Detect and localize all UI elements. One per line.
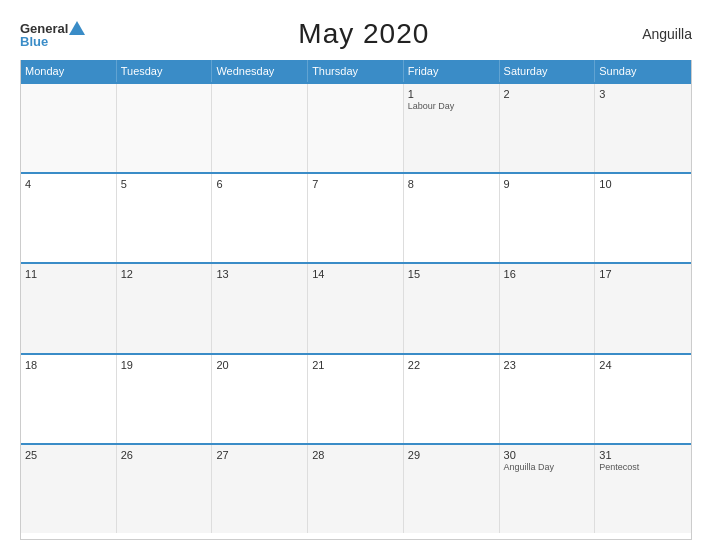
day-number: 24 xyxy=(599,359,687,371)
header-thursday: Thursday xyxy=(308,60,404,82)
day-number: 8 xyxy=(408,178,495,190)
day-number: 3 xyxy=(599,88,687,100)
day-number: 26 xyxy=(121,449,208,461)
day-number: 9 xyxy=(504,178,591,190)
day-cell-29: 29 xyxy=(404,445,500,533)
day-number: 20 xyxy=(216,359,303,371)
day-cell-11: 11 xyxy=(21,264,117,352)
day-number: 13 xyxy=(216,268,303,280)
logo: General Blue xyxy=(20,21,85,48)
day-event: Labour Day xyxy=(408,101,495,111)
day-cell-25: 25 xyxy=(21,445,117,533)
day-cell-8: 8 xyxy=(404,174,500,262)
day-cell-6: 6 xyxy=(212,174,308,262)
calendar-title: May 2020 xyxy=(298,18,429,50)
logo-blue-text: Blue xyxy=(20,35,85,48)
day-number: 2 xyxy=(504,88,591,100)
header-saturday: Saturday xyxy=(500,60,596,82)
week-row-1: 1 Labour Day 2 3 xyxy=(21,82,691,172)
day-number: 27 xyxy=(216,449,303,461)
day-headers: Monday Tuesday Wednesday Thursday Friday… xyxy=(21,60,691,82)
day-cell-31: 31 Pentecost xyxy=(595,445,691,533)
header-friday: Friday xyxy=(404,60,500,82)
day-cell-17: 17 xyxy=(595,264,691,352)
page: General Blue May 2020 Anguilla Monday Tu… xyxy=(0,0,712,550)
day-number: 4 xyxy=(25,178,112,190)
day-cell-20: 20 xyxy=(212,355,308,443)
day-number: 17 xyxy=(599,268,687,280)
week-row-5: 25 26 27 28 29 30 Anguilla Day xyxy=(21,443,691,533)
day-cell-15: 15 xyxy=(404,264,500,352)
day-number: 10 xyxy=(599,178,687,190)
day-cell-14: 14 xyxy=(308,264,404,352)
header-sunday: Sunday xyxy=(595,60,691,82)
day-cell-10: 10 xyxy=(595,174,691,262)
day-number: 25 xyxy=(25,449,112,461)
day-cell-28: 28 xyxy=(308,445,404,533)
weeks: 1 Labour Day 2 3 4 5 6 xyxy=(21,82,691,533)
day-event: Anguilla Day xyxy=(504,462,591,472)
day-cell-21: 21 xyxy=(308,355,404,443)
day-number: 29 xyxy=(408,449,495,461)
day-cell-empty xyxy=(308,84,404,172)
day-cell-7: 7 xyxy=(308,174,404,262)
calendar: Monday Tuesday Wednesday Thursday Friday… xyxy=(20,60,692,540)
day-cell-24: 24 xyxy=(595,355,691,443)
logo-general-text: General xyxy=(20,22,68,35)
day-number: 12 xyxy=(121,268,208,280)
day-cell-30: 30 Anguilla Day xyxy=(500,445,596,533)
day-cell-22: 22 xyxy=(404,355,500,443)
day-number: 11 xyxy=(25,268,112,280)
day-cell-13: 13 xyxy=(212,264,308,352)
header-wednesday: Wednesday xyxy=(212,60,308,82)
week-row-3: 11 12 13 14 15 16 17 xyxy=(21,262,691,352)
day-number: 28 xyxy=(312,449,399,461)
header: General Blue May 2020 Anguilla xyxy=(20,18,692,50)
day-number: 7 xyxy=(312,178,399,190)
header-tuesday: Tuesday xyxy=(117,60,213,82)
day-number: 14 xyxy=(312,268,399,280)
day-cell-18: 18 xyxy=(21,355,117,443)
day-cell-2: 2 xyxy=(500,84,596,172)
day-cell-empty xyxy=(212,84,308,172)
day-cell-23: 23 xyxy=(500,355,596,443)
day-cell-26: 26 xyxy=(117,445,213,533)
day-number: 23 xyxy=(504,359,591,371)
day-number: 1 xyxy=(408,88,495,100)
day-cell-12: 12 xyxy=(117,264,213,352)
week-row-2: 4 5 6 7 8 9 10 xyxy=(21,172,691,262)
day-number: 22 xyxy=(408,359,495,371)
day-cell-4: 4 xyxy=(21,174,117,262)
day-number: 19 xyxy=(121,359,208,371)
day-cell-19: 19 xyxy=(117,355,213,443)
day-number: 31 xyxy=(599,449,687,461)
day-cell-1: 1 Labour Day xyxy=(404,84,500,172)
header-monday: Monday xyxy=(21,60,117,82)
logo-triangle-icon xyxy=(69,21,85,35)
country-label: Anguilla xyxy=(642,26,692,42)
day-cell-3: 3 xyxy=(595,84,691,172)
day-number: 6 xyxy=(216,178,303,190)
day-number: 16 xyxy=(504,268,591,280)
day-cell-27: 27 xyxy=(212,445,308,533)
week-row-4: 18 19 20 21 22 23 24 xyxy=(21,353,691,443)
day-cell-5: 5 xyxy=(117,174,213,262)
day-event: Pentecost xyxy=(599,462,687,472)
day-cell-empty xyxy=(21,84,117,172)
day-cell-16: 16 xyxy=(500,264,596,352)
day-cell-9: 9 xyxy=(500,174,596,262)
day-number: 18 xyxy=(25,359,112,371)
day-number: 15 xyxy=(408,268,495,280)
day-number: 21 xyxy=(312,359,399,371)
day-cell-empty xyxy=(117,84,213,172)
day-number: 5 xyxy=(121,178,208,190)
day-number: 30 xyxy=(504,449,591,461)
